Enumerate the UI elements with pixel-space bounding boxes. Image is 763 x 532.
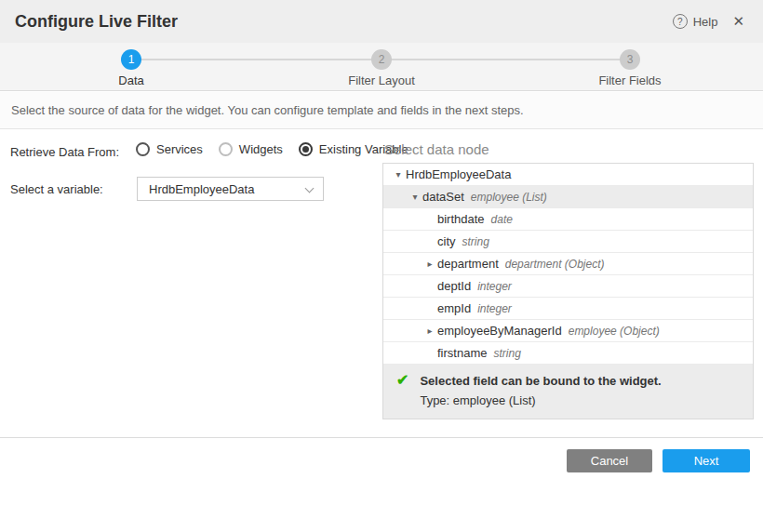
help-button[interactable]: ? Help [673,14,718,29]
tree-row[interactable]: HrdbEmployeeData [383,164,753,186]
radio-widgets[interactable]: Widgets [219,142,283,156]
status-message: Selected field can be bound to the widge… [420,371,661,391]
tree-node-type: employee (Object) [569,325,660,338]
tree-node-name: dataSet [422,190,464,204]
step-2-circle[interactable]: 2 [371,49,392,70]
data-node-tree: HrdbEmployeeData dataSet employee (List)… [382,163,754,419]
step-2-label: Filter Layout [316,73,447,87]
tree-row[interactable]: firstname string [383,342,753,365]
select-data-node-title: Select data node [384,141,489,157]
caret-down-icon[interactable] [408,192,422,202]
dialog-header: Configure Live Filter ? Help ✕ [0,0,763,43]
radio-existing-variable-circle [299,142,313,156]
tree-node-name: deptId [437,279,471,293]
radio-services[interactable]: Services [136,142,203,156]
tree-node-name: department [437,257,499,271]
radio-widgets-label: Widgets [239,142,283,156]
tree-row[interactable]: dataSet employee (List) [383,186,753,208]
tree-node-name: employeeByManagerId [437,324,562,338]
binding-status-text: Selected field can be bound to the widge… [420,371,661,410]
radio-services-circle [136,142,150,156]
tree-node-name: city [437,234,456,248]
tree-node-type: employee (List) [471,191,547,204]
tree-row[interactable]: birthdate date [383,208,753,231]
tree-node-name: birthdate [437,212,485,226]
status-type-line: Type: employee (List) [420,391,661,410]
tree-row[interactable]: department department (Object) [383,253,753,275]
help-label: Help [693,15,718,29]
caret-down-icon[interactable] [391,169,406,180]
step-filter-layout[interactable]: 2 Filter Layout [316,43,447,87]
tree-node-type: integer [477,302,512,315]
next-button[interactable]: Next [663,449,750,472]
retrieve-data-from-label: Retrieve Data From: [10,145,119,159]
datasource-radio-group: Services Widgets Existing Variable [136,142,408,156]
step-description: Select the source of data for the widget… [0,92,763,129]
step-3-circle[interactable]: 3 [620,49,640,70]
tree-node-name: empId [437,301,471,315]
step-1-circle[interactable]: 1 [121,49,141,70]
header-actions: ? Help ✕ [673,11,748,32]
check-icon: ✔ [396,373,408,410]
wizard-stepper: 1 Data 2 Filter Layout 3 Filter Fields [0,43,763,91]
binding-status-panel: ✔ Selected field can be bound to the wid… [383,365,753,419]
radio-services-label: Services [156,142,203,156]
tree-node-type: string [493,347,520,360]
chevron-down-icon [305,184,315,193]
tree-row[interactable]: employeeByManagerId employee (Object) [383,320,753,342]
close-icon[interactable]: ✕ [729,11,748,32]
select-variable-label: Select a variable: [10,182,103,196]
step-1-label: Data [66,73,196,87]
tree-row[interactable]: empId integer [383,298,753,320]
tree-node-type: integer [477,280,512,293]
variable-select[interactable]: HrdbEmployeeData [137,177,324,201]
tree-node-type: department (Object) [505,258,605,271]
page-title: Configure Live Filter [15,12,178,32]
footer-divider [0,437,763,438]
tree-node-name: HrdbEmployeeData [406,167,511,181]
caret-right-icon[interactable] [422,259,437,269]
help-icon: ? [673,14,688,29]
step-filter-fields[interactable]: 3 Filter Fields [565,43,695,87]
tree-node-type: date [491,213,513,226]
cancel-button[interactable]: Cancel [567,449,652,472]
variable-select-value: HrdbEmployeeData [149,182,254,196]
tree-row[interactable]: city string [383,231,753,253]
step-3-label: Filter Fields [565,73,695,87]
caret-right-icon[interactable] [422,326,437,336]
tree-row[interactable]: deptId integer [383,275,753,298]
radio-widgets-circle [219,142,233,156]
tree-node-type: string [462,235,489,248]
step-data[interactable]: 1 Data [66,43,196,87]
tree-node-name: firstname [437,346,487,360]
